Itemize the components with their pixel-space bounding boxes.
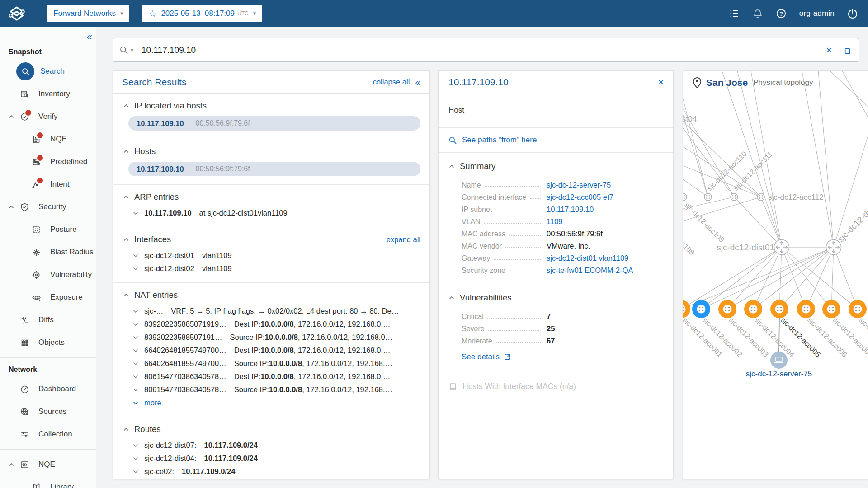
section-header[interactable]: ARP entries [123,191,420,203]
access-switch-node[interactable] [744,300,762,318]
chevron-up-icon[interactable] [123,293,129,297]
small-switch-node[interactable] [731,193,738,201]
chevron-up-icon[interactable] [9,115,14,118]
sidebar-item-library[interactable]: Library [0,476,96,488]
sidebar-item-predefined[interactable]: Predefined [0,150,96,173]
detail-value[interactable]: sjc-dc12-acc005 et7 [547,193,613,202]
task-list-icon[interactable] [729,8,740,19]
small-switch-node[interactable] [704,193,712,201]
expand-all-link[interactable]: expand all [387,235,420,244]
section-header[interactable]: Hosts [123,145,420,157]
sidebar-item-verify[interactable]: Verify [0,105,96,128]
logout-power-icon[interactable] [847,8,858,19]
collapse-panel-icon[interactable]: « [415,77,420,87]
sidebar-item-dashboard[interactable]: Dashboard [0,378,96,400]
access-switch-node[interactable] [849,300,867,318]
access-switch-node[interactable] [770,300,788,318]
result-row[interactable]: sjc-…VRF: 5 → 5, IP frag flags: → 0x02/0… [133,305,420,318]
result-row[interactable]: 664026481855749700…Dest IP: 10.0.0.0/8, … [133,344,420,357]
chevron-up-icon[interactable] [123,427,129,431]
chevron-up-icon[interactable] [123,238,129,241]
result-row[interactable]: sjc-dc12-dist01vlan1109 [133,249,420,262]
chevron-up-icon[interactable] [123,150,129,153]
chevron-up-icon[interactable] [9,463,14,466]
chevron-down-icon[interactable] [133,323,138,326]
sidebar-item-vulnerability[interactable]: Vulnerability [0,263,96,286]
help-icon[interactable]: ? [776,8,787,19]
section-header[interactable]: Routes [123,423,420,435]
router-node[interactable] [774,240,789,255]
result-row[interactable]: sjc-ce02:10.117.109.0/24 [133,465,420,478]
sidebar-item-intent[interactable]: Intent [0,173,96,196]
result-row[interactable]: sjc-ce02:10.117.109.0/24 [133,478,420,479]
result-row[interactable]: sjc-dc12-dist07:10.117.109.0/24 [133,439,420,452]
sidebar-item-sources[interactable]: Sources [0,400,96,423]
section-header[interactable]: NAT entries [123,289,420,301]
access-switch-node[interactable] [692,300,710,318]
topology-graph[interactable]: st04sjc-dc12-acc110sjc-dc12-acc111sjc-dc… [683,71,868,479]
chevron-down-icon[interactable] [133,388,138,392]
detail-value[interactable]: 1109 [547,217,562,226]
small-switch-node[interactable] [757,193,764,201]
small-switch-node[interactable] [683,193,687,201]
sidebar-item-nqe[interactable]: NQE [0,128,96,150]
router-node[interactable] [826,240,841,255]
chevron-down-icon[interactable] [133,267,138,271]
notifications-bell-icon[interactable] [752,8,763,19]
chevron-down-icon[interactable] [133,349,138,352]
sidebar-item-blast-radius[interactable]: Blast Radius [0,241,96,263]
sidebar-collapse-icon[interactable]: « [87,32,92,42]
org-selector-dropdown[interactable]: Forward Networks ▾ [47,5,129,22]
access-switch-node[interactable] [718,300,736,318]
chevron-up-icon[interactable] [123,104,129,108]
see-paths-from-here-link[interactable]: See paths “from” here [439,128,673,153]
chevron-down-icon[interactable] [133,336,138,339]
more-link[interactable]: more [133,396,420,409]
section-header[interactable]: IP located via hosts [123,100,420,112]
user-menu[interactable]: org-admin [799,9,835,18]
result-row[interactable]: 806154770386340578…Source IP: 10.0.0.0/8… [133,383,420,396]
host-result-pill[interactable]: 10.117.109.1000:50:56:9f:79:6f [128,162,420,176]
snapshot-selector-dropdown[interactable]: ☆ 2025-05-13 08:17:09 UTC ▾ [142,5,262,22]
detail-value[interactable]: sjc-te-fw01 ECOMM-2-QA [547,266,633,275]
close-icon[interactable]: × [658,77,664,88]
sidebar-item-search[interactable]: Search [0,60,96,83]
see-details-link[interactable]: See details [462,352,663,361]
chevron-down-icon[interactable] [133,457,138,460]
sidebar-item-posture[interactable]: Posture [0,218,96,241]
section-header[interactable]: Interfacesexpand all [123,234,420,245]
result-row[interactable]: 664026481855749700…Source IP: 10.0.0.0/8… [133,357,420,370]
detail-value[interactable]: sjc-dc12-dist01 vlan1109 [547,254,628,263]
detail-value[interactable]: 10.117.109.10 [547,205,594,214]
chevron-down-icon[interactable] [133,470,138,474]
chevron-down-icon[interactable] [133,310,138,313]
result-row[interactable]: sjc-dc12-dist04:10.117.109.0/24 [133,452,420,465]
copy-icon[interactable] [842,46,851,55]
sidebar-item-collection[interactable]: Collection [0,423,96,446]
chevron-up-icon[interactable] [449,296,454,300]
chevron-down-icon[interactable] [133,254,138,258]
sidebar-item-inventory[interactable]: Inventory [0,83,96,105]
result-row[interactable]: 806154770386340578…Dest IP: 10.0.0.0/8, … [133,370,420,383]
sidebar-item-security[interactable]: Security [0,196,96,218]
chevron-up-icon[interactable] [449,164,454,168]
chevron-down-icon[interactable] [133,401,138,405]
sidebar-item-exposure[interactable]: Exposure [0,286,96,309]
search-input[interactable] [141,45,826,56]
chevron-down-icon[interactable] [133,362,138,366]
sidebar-item-diffs[interactable]: Diffs [0,309,96,331]
access-switch-node[interactable] [797,300,815,318]
chevron-up-icon[interactable] [123,195,129,199]
sidebar-item-objects[interactable]: Objects [0,331,96,354]
clear-search-icon[interactable]: × [826,45,832,56]
access-switch-node[interactable] [822,300,840,318]
chevron-down-icon[interactable] [133,375,138,379]
result-row[interactable]: sjc-dc12-dist02vlan1109 [133,262,420,275]
chevron-down-icon[interactable] [133,444,138,447]
result-row[interactable]: 839202235885071919…Dest IP: 10.0.0.0/8, … [133,318,420,331]
chevron-up-icon[interactable] [9,205,14,209]
chevron-down-icon[interactable] [133,211,138,215]
detail-value[interactable]: sjc-dc-12-server-75 [547,181,611,189]
search-type-chevron-icon[interactable]: ▾ [131,47,133,53]
server-node[interactable] [770,352,788,369]
